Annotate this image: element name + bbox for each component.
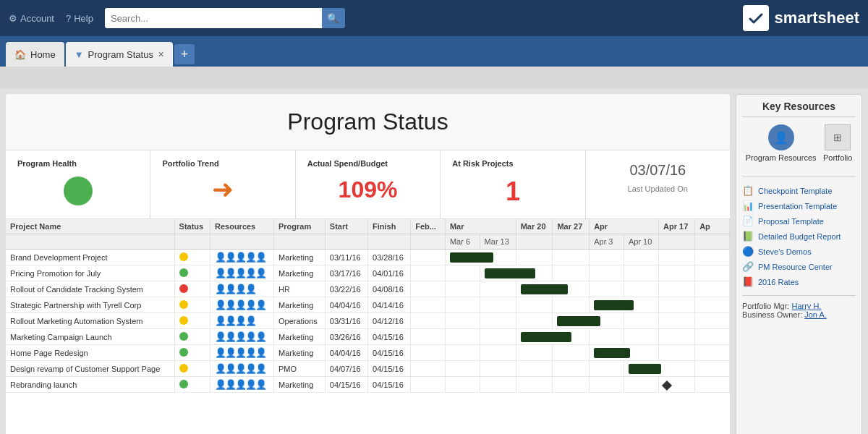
resource-link-label: Proposal Template: [758, 217, 824, 226]
th2-apr17: [659, 234, 695, 250]
risk-number: 1: [506, 176, 520, 207]
people-icons: 👤👤👤👤👤: [215, 268, 265, 278]
th-mar: Mar: [445, 219, 516, 234]
project-program: PMO: [273, 361, 325, 377]
th-mar27: Mar 27: [553, 219, 590, 234]
gantt-bar: [521, 284, 568, 294]
th-apr17: Apr 17: [659, 219, 695, 234]
spend-value: 109%: [307, 174, 428, 206]
gantt-cell: [480, 377, 516, 393]
gantt-cell: [590, 345, 659, 361]
status-dot: [179, 316, 188, 325]
gantt-cell: [659, 265, 695, 281]
gantt-cell: [480, 297, 516, 313]
center-panel: Program Status Program Health Portfolio …: [6, 94, 730, 434]
status-dot: [179, 252, 188, 261]
search-button[interactable]: 🔍: [322, 8, 345, 28]
resource-link-pm-center[interactable]: 🔗 PM Resource Center: [742, 259, 856, 274]
gantt-cell: [695, 377, 730, 393]
project-name: Rebranding launch: [6, 377, 174, 393]
account-label: Account: [20, 13, 54, 24]
resource-link-rates[interactable]: 📕 2016 Rates: [742, 274, 856, 289]
resource-program-resources[interactable]: 👤 Program Resources: [746, 124, 817, 162]
resource-portfolio[interactable]: ⊞ Portfolio: [823, 124, 852, 162]
th-status: Status: [174, 219, 210, 234]
people-icons: 👤👤👤👤👤: [215, 331, 265, 342]
th2-mar13: Mar 13: [480, 234, 516, 250]
project-finish: 03/28/16: [368, 250, 411, 265]
gantt-cell: [445, 345, 480, 361]
health-label: Program Health: [17, 159, 138, 168]
resource-link-checkpoint[interactable]: 📋 Checkpoint Template: [742, 183, 856, 198]
gantt-cell: [553, 313, 624, 329]
gantt-cell: [445, 313, 480, 329]
portfolio-mgr-label: Portfolio Mgr:: [742, 302, 789, 310]
trend-value: ➜: [162, 174, 283, 205]
gantt-bar: [629, 364, 661, 374]
tab-home[interactable]: 🏠 Home: [6, 42, 64, 67]
metric-spend: Actual Spend/Budget 109%: [296, 150, 441, 218]
project-start: 03/26/16: [325, 329, 367, 345]
gantt-bar: [450, 252, 493, 263]
resource-link-proposal[interactable]: 📄 Proposal Template: [742, 213, 856, 229]
gantt-cell: [445, 329, 480, 345]
right-panel-title: Key Resources: [742, 101, 856, 117]
project-program: Marketing: [273, 297, 325, 313]
gantt-cell: [695, 361, 730, 377]
status-dot: [179, 348, 188, 357]
gantt-cell: [445, 265, 480, 281]
gantt-cell: [553, 345, 590, 361]
project-finish: 04/01/16: [368, 265, 411, 281]
logo: smartsheet: [743, 5, 859, 31]
resource-link-demos[interactable]: 🔵 Steve's Demos: [742, 244, 856, 259]
th2-finish: [368, 234, 411, 250]
status-dot: [179, 364, 188, 373]
people-icons: 👤👤👤👤: [215, 315, 255, 326]
project-program: Marketing: [273, 250, 325, 265]
risk-label: At Risk Projects: [452, 159, 573, 168]
project-start: 04/04/16: [325, 297, 367, 313]
gantt-cell: [590, 361, 624, 377]
spend-percent: 109%: [339, 176, 398, 203]
project-name: Marketing Campaign Launch: [6, 329, 174, 345]
tab-close-icon[interactable]: ✕: [158, 50, 164, 59]
gantt-cell: [624, 361, 694, 377]
tab-add-button[interactable]: +: [174, 44, 195, 64]
project-name: Rollout of Candidate Tracking System: [6, 281, 174, 297]
gantt-bar: [521, 332, 571, 342]
project-finish: 04/15/16: [368, 345, 411, 361]
th-program: Program: [273, 219, 325, 234]
program-resources-label: Program Resources: [746, 153, 817, 162]
metrics-row: Program Health Portfolio Trend ➜ Actual …: [6, 150, 730, 219]
business-owner-name[interactable]: Jon A.: [804, 310, 827, 319]
gantt-cell: [480, 345, 516, 361]
resource-link-icon: 📋: [742, 185, 754, 196]
gantt-cell: [516, 297, 553, 313]
resource-link-label: PM Resource Center: [758, 263, 833, 271]
project-resources: 👤👤👤👤👤: [210, 329, 273, 345]
updated-date: 03/07/16: [629, 162, 686, 179]
logo-sheet: sheet: [818, 9, 859, 27]
gantt-cell: [590, 297, 659, 313]
tab-program-status[interactable]: ▼ Program Status ✕: [66, 42, 173, 67]
project-finish: 04/12/16: [368, 313, 411, 329]
business-owner-label: Business Owner:: [742, 310, 802, 319]
resource-link-budget[interactable]: 📗 Detailed Budget Report: [742, 229, 856, 244]
help-menu[interactable]: ? Help: [66, 13, 93, 24]
portfolio-mgr-name[interactable]: Harry H.: [791, 302, 821, 310]
help-label: Help: [74, 13, 93, 24]
table-row: Rollout of Candidate Tracking System 👤👤👤…: [6, 281, 730, 297]
resource-link-presentation[interactable]: 📊 Presentation Template: [742, 198, 856, 213]
search-input[interactable]: [105, 8, 322, 28]
project-start: 03/22/16: [325, 281, 367, 297]
gantt-cell: [624, 377, 658, 393]
tab-program-status-label: Program Status: [88, 49, 153, 60]
account-menu[interactable]: ⚙ Account: [9, 13, 54, 24]
gantt-cell: [411, 345, 446, 361]
table-row: Pricing Promotion for July 👤👤👤👤👤 Marketi…: [6, 265, 730, 281]
gantt-cell: [659, 297, 695, 313]
gantt-cell: [411, 265, 446, 281]
th2-mar27: [553, 234, 590, 250]
project-resources: 👤👤👤👤👤: [210, 297, 273, 313]
th-apr: Apr: [590, 219, 659, 234]
